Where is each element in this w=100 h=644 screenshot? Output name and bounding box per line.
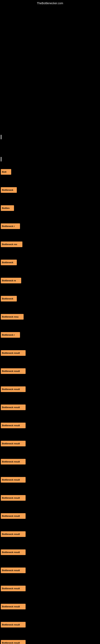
bottleneck-result-item[interactable]: Bottleneck result xyxy=(1,604,26,610)
bottleneck-result-label: Bott xyxy=(2,171,6,173)
bottleneck-result-item[interactable]: Bottleneck result xyxy=(1,513,26,519)
bottleneck-result-label: Bottleneck result xyxy=(2,460,20,463)
bottleneck-result-label: Bottleneck result xyxy=(2,624,20,626)
bottleneck-result-label: Bottleneck result xyxy=(2,424,20,427)
bottleneck-result-item[interactable]: Bottleneck res xyxy=(1,242,22,247)
bottleneck-result-label: Bottleneck result xyxy=(2,515,20,517)
bottleneck-result-label: Bottleneck xyxy=(2,189,13,191)
bottleneck-result-label: Bottleneck result xyxy=(2,388,20,390)
bottleneck-result-item[interactable]: Bottleneck r xyxy=(1,224,20,229)
bottleneck-result-item[interactable]: Bottleneck result xyxy=(1,350,26,356)
bottleneck-result-item[interactable]: Bottleneck result xyxy=(1,368,26,374)
bottleneck-result-label: Bottleneck res xyxy=(2,243,17,246)
bottleneck-result-label: Bottleneck result xyxy=(2,478,20,481)
bottleneck-result-item[interactable]: Bottleneck result xyxy=(1,386,26,392)
bottleneck-result-label: Bottlen xyxy=(2,207,10,209)
bottleneck-result-label: Bottleneck result xyxy=(2,406,20,408)
bottleneck-result-label: Bottleneck xyxy=(2,298,13,300)
bottleneck-result-item[interactable]: Bottleneck r xyxy=(1,332,20,338)
bottleneck-result-item[interactable]: Bottleneck result xyxy=(1,459,26,464)
bottleneck-result-item[interactable]: Bottleneck xyxy=(1,260,17,265)
bottleneck-result-item[interactable]: Bottleneck result xyxy=(1,404,26,410)
bottleneck-result-item[interactable]: Bottlen xyxy=(1,205,14,211)
site-title: TheBottlenecker.com xyxy=(37,2,63,5)
bottleneck-result-label: Bottleneck result xyxy=(2,352,20,354)
bottleneck-result-item[interactable]: Bottleneck result xyxy=(1,640,26,644)
bottleneck-result-label: Bottleneck result xyxy=(2,533,20,535)
bottleneck-result-label: Bottleneck xyxy=(2,261,13,264)
bottleneck-result-item[interactable]: Bottleneck result xyxy=(1,622,26,628)
bottleneck-result-label: Bottleneck result xyxy=(2,642,20,644)
bottleneck-result-item[interactable]: Bottleneck result xyxy=(1,422,26,428)
bottleneck-result-label: Bottleneck result xyxy=(2,442,20,445)
bottleneck-result-label: Bottleneck r xyxy=(2,334,15,336)
bottleneck-result-label: Bottleneck result xyxy=(2,605,20,608)
bottleneck-result-item[interactable]: Bottleneck result xyxy=(1,477,26,482)
cursor-line-1 xyxy=(1,135,1,139)
bottleneck-result-item[interactable]: Bottleneck result xyxy=(1,550,26,555)
bottleneck-result-item[interactable]: Bottleneck result xyxy=(1,586,26,591)
bottleneck-result-item[interactable]: Bottleneck resu xyxy=(1,314,24,320)
bottleneck-result-item[interactable]: Bottleneck re xyxy=(1,278,21,283)
bottleneck-result-label: Bottleneck resu xyxy=(2,316,19,318)
bottleneck-result-label: Bottleneck re xyxy=(2,279,16,282)
bottleneck-result-label: Bottleneck result xyxy=(2,569,20,572)
bottleneck-result-item[interactable]: Bottleneck xyxy=(1,296,17,302)
bottleneck-result-item[interactable]: Bott xyxy=(1,169,11,175)
bottleneck-result-label: Bottleneck result xyxy=(2,497,20,499)
bottleneck-result-label: Bottleneck result xyxy=(2,551,20,554)
bottleneck-result-label: Bottleneck result xyxy=(2,370,20,372)
bottleneck-result-label: Bottleneck result xyxy=(2,587,20,590)
bottleneck-result-label: Bottleneck r xyxy=(2,225,15,228)
bottleneck-result-item[interactable]: Bottleneck xyxy=(1,187,17,193)
bottleneck-result-item[interactable]: Bottleneck result xyxy=(1,441,26,446)
bottleneck-result-item[interactable]: Bottleneck result xyxy=(1,495,26,501)
cursor-line-2 xyxy=(1,157,1,162)
bottleneck-result-item[interactable]: Bottleneck result xyxy=(1,568,26,573)
bottleneck-result-item[interactable]: Bottleneck result xyxy=(1,531,26,537)
